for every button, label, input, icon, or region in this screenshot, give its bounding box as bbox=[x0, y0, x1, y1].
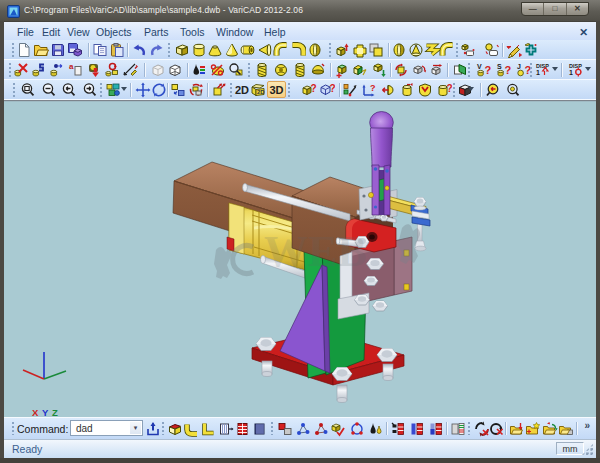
svg-text:?: ? bbox=[330, 83, 336, 94]
svg-text:DISP: DISP bbox=[569, 63, 582, 69]
svg-text:1: 1 bbox=[536, 69, 540, 76]
svg-text:X: X bbox=[32, 407, 39, 417]
svg-text:J: J bbox=[517, 63, 521, 70]
svg-text:DISP: DISP bbox=[536, 63, 549, 69]
svg-text:?: ? bbox=[485, 64, 492, 76]
svg-text:1: 1 bbox=[569, 69, 573, 76]
svg-text:2D: 2D bbox=[257, 89, 265, 95]
svg-text:S: S bbox=[497, 63, 502, 70]
svg-text:?: ? bbox=[447, 83, 453, 94]
svg-text:a: a bbox=[69, 62, 74, 71]
svg-text:?: ? bbox=[505, 64, 512, 76]
svg-text:V: V bbox=[477, 63, 482, 70]
svg-text:?: ? bbox=[370, 83, 376, 93]
svg-text:WEB: WEB bbox=[264, 227, 367, 276]
svg-text:Y: Y bbox=[42, 407, 49, 417]
svg-text:?: ? bbox=[311, 83, 317, 94]
svg-text:Z: Z bbox=[52, 407, 58, 417]
